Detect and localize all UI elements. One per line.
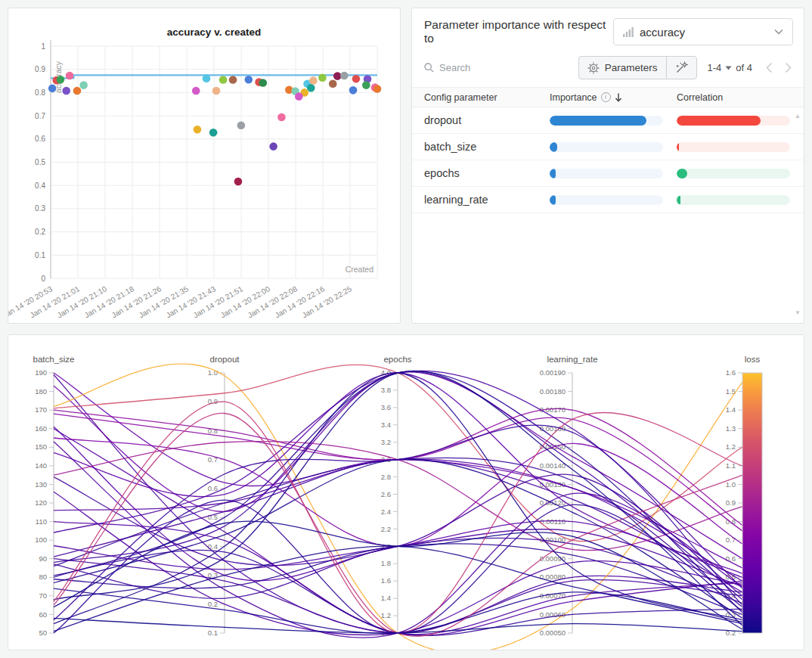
correlation-bar — [677, 142, 790, 152]
chart-title: accuracy v. created — [167, 26, 261, 38]
scatter-point[interactable] — [192, 87, 200, 95]
tick-label: 2.2 — [381, 525, 391, 533]
tick-label: 1.0 — [726, 480, 736, 489]
scatter-point[interactable] — [73, 87, 82, 95]
tick-label: 50 — [39, 629, 47, 637]
scatter-point[interactable] — [340, 72, 349, 80]
tick-label: 2.4 — [381, 507, 391, 516]
scatter-point[interactable] — [234, 178, 243, 186]
table-row[interactable]: batch_size — [412, 134, 804, 160]
chevron-right-icon[interactable] — [785, 62, 792, 73]
tick-label: 180 — [35, 387, 47, 396]
tick-label: 0.9 — [726, 498, 736, 507]
search-input[interactable] — [439, 62, 522, 73]
info-icon[interactable]: i — [601, 92, 611, 102]
scatter-point[interactable] — [212, 87, 221, 95]
scrollbar-up-arrow[interactable]: ▲ — [795, 113, 801, 119]
importance-bar-fill — [550, 116, 646, 126]
parameters-button[interactable]: Parameters — [579, 57, 666, 79]
table-row[interactable]: dropout — [412, 107, 804, 134]
chevron-left-icon[interactable] — [766, 62, 773, 73]
parallel-coordinates-chart[interactable]: 5060708090100110120130140150160170180190… — [8, 335, 804, 650]
tick-label: 0.6 — [208, 484, 218, 492]
scatter-point[interactable] — [295, 92, 303, 101]
pager-arrows — [752, 62, 792, 73]
pagination[interactable]: 1-4 of 4 — [708, 62, 752, 73]
y-tick-label: 0.4 — [35, 182, 45, 190]
pagination-total: of 4 — [736, 62, 752, 73]
gear-icon — [587, 62, 600, 74]
scatter-point[interactable] — [277, 113, 286, 122]
scrollbar-down-arrow[interactable]: ▼ — [795, 309, 801, 316]
tick-label: 0.00080 — [540, 573, 566, 581]
correlation-bar — [677, 169, 790, 178]
tick-label: 0.7 — [726, 535, 736, 544]
scatter-point[interactable] — [329, 79, 337, 88]
correlation-bar-fill — [677, 116, 761, 126]
scatter-point[interactable] — [62, 87, 70, 95]
scatter-point[interactable] — [318, 73, 327, 82]
column-importance[interactable]: Importance i — [550, 92, 677, 103]
scatter-point[interactable] — [244, 76, 253, 84]
y-tick-label: 0.6 — [35, 135, 45, 143]
scatter-point[interactable] — [333, 72, 342, 80]
metric-select-value: accuracy — [640, 26, 768, 39]
scatter-point[interactable] — [352, 75, 361, 83]
scatter-point[interactable] — [219, 76, 228, 84]
scatter-point[interactable] — [209, 129, 218, 137]
scatter-point[interactable] — [309, 76, 318, 85]
scatter-point[interactable] — [194, 126, 202, 134]
table-row[interactable]: epochs — [412, 160, 804, 187]
y-tick-label: 0.7 — [35, 112, 45, 120]
scatter-chart-panel: accuracy v. created00.10.20.30.40.50.60.… — [8, 8, 401, 324]
scatter-point[interactable] — [48, 85, 57, 93]
metric-select[interactable]: accuracy — [613, 18, 793, 45]
scatter-point[interactable] — [269, 142, 277, 151]
scatter-point[interactable] — [66, 72, 74, 80]
correlation-bar — [677, 116, 790, 126]
scatter-point[interactable] — [362, 81, 370, 89]
axis-title-batch_size: batch_size — [33, 355, 75, 364]
importance-bar — [550, 142, 663, 152]
tick-label: 150 — [35, 442, 47, 451]
scatter-point[interactable] — [203, 74, 211, 82]
y-tick-label: 0 — [41, 275, 45, 283]
tick-label: 0.8 — [208, 427, 218, 435]
loss-colorbar[interactable] — [742, 373, 762, 633]
tick-label: 0.00050 — [540, 629, 566, 637]
tick-label: 1.4 — [726, 405, 736, 414]
tick-label: 0.4 — [208, 542, 218, 551]
scatter-point[interactable] — [307, 84, 315, 92]
tick-label: 1.4 — [381, 594, 391, 602]
scatter-point[interactable] — [57, 76, 65, 84]
importance-toolbar: Parameters 1-4 of 4 — [412, 51, 804, 87]
correlation-bar — [677, 195, 790, 205]
tick-label: 170 — [35, 405, 47, 414]
scatter-point[interactable] — [229, 76, 237, 84]
table-row[interactable]: learning_rate — [412, 187, 804, 213]
importance-bar — [550, 195, 663, 205]
magic-wand-button[interactable] — [666, 57, 696, 79]
scatter-point[interactable] — [373, 85, 382, 93]
axis-title-dropout: dropout — [209, 355, 240, 364]
config-parameter-name: epochs — [424, 167, 550, 179]
table-actions: Parameters — [578, 56, 697, 79]
column-correlation[interactable]: Correlation — [677, 92, 792, 103]
scatter-point[interactable] — [237, 121, 246, 129]
scatter-point[interactable] — [259, 79, 268, 87]
magic-wand-icon — [675, 61, 688, 74]
correlation-bar-fill — [677, 142, 679, 152]
tick-label: 0.6 — [726, 554, 736, 563]
importance-bar-fill — [550, 142, 557, 152]
tick-label: 110 — [36, 517, 47, 526]
accuracy-vs-created-chart[interactable]: accuracy v. created00.10.20.30.40.50.60.… — [8, 8, 400, 323]
scatter-point[interactable] — [349, 86, 358, 95]
search-icon — [424, 63, 434, 73]
scatter-point[interactable] — [79, 81, 88, 89]
search-box[interactable] — [424, 62, 578, 73]
importance-bar — [550, 116, 663, 126]
axis-title-epochs: epochs — [383, 355, 411, 364]
tick-label: 0.00190 — [540, 368, 566, 377]
tick-label: 3.8 — [381, 386, 391, 394]
x-axis-label: Created — [346, 265, 374, 274]
